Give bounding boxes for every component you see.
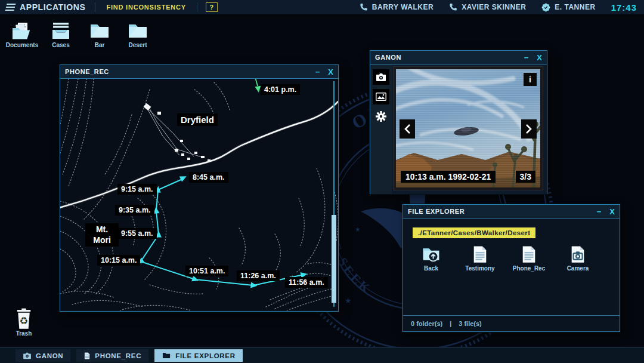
ganon-body: i 10:13 a.m. 1992-02-21 3/3	[370, 64, 547, 194]
gear-icon	[375, 110, 387, 122]
topbar-divider	[197, 2, 197, 12]
document-icon	[520, 245, 538, 263]
help-button[interactable]: ?	[206, 2, 218, 12]
photo-prev-button[interactable]	[400, 119, 415, 139]
file-grid: Back Testimony Phone_R	[403, 238, 620, 272]
settings-tab-button[interactable]	[373, 109, 389, 124]
clouds	[396, 69, 530, 150]
path-bar: ./ETanner/Cases/BWalker/Desert	[413, 227, 535, 238]
photo-viewer: i 10:13 a.m. 1992-02-21 3/3	[396, 69, 540, 187]
file-item-back[interactable]: Back	[414, 245, 448, 272]
phone-icon	[360, 3, 368, 11]
svg-text:♻: ♻	[20, 315, 29, 326]
svg-text:★: ★	[345, 296, 352, 305]
close-button[interactable]: X	[537, 54, 542, 61]
desktop-screen: OF IN E SEEK ★ ★ ★ ★ ★ APPLICATIONS FIND…	[0, 0, 644, 363]
waypoint-label: 9:15 a.m.	[117, 184, 157, 195]
file-item-label: Phone_Rec	[512, 265, 546, 272]
taskbar-item-label: PHONE_REC	[95, 352, 141, 359]
folder-icon	[126, 21, 149, 41]
contact-barry-walker[interactable]: BARRY WALKER	[360, 3, 434, 11]
hamburger-icon	[5, 2, 16, 13]
contact-e-tanner[interactable]: E. TANNER	[541, 3, 595, 12]
photo-info-button[interactable]: i	[524, 73, 537, 86]
desktop-icon-documents[interactable]: Documents	[5, 21, 39, 48]
trash-icon[interactable]: ♻ Trash	[10, 308, 38, 337]
map-canvas[interactable]: Dryfield Mt.Mori 4:01 p.m. 8:45 a.m. 9:1…	[60, 79, 338, 310]
topbar-divider	[95, 2, 95, 12]
close-button[interactable]: X	[609, 208, 615, 216]
cases-tray-icon	[49, 21, 72, 41]
gallery-tab-button[interactable]	[373, 89, 389, 104]
map-town-buildings	[144, 103, 210, 162]
phone-rec-window: PHONE_REC − X	[60, 64, 339, 312]
chevron-left-icon	[404, 124, 411, 134]
image-icon	[376, 93, 386, 101]
taskbar-item-ganon[interactable]: GANON	[16, 349, 70, 362]
status-bar: 0 folder(s) | 3 file(s)	[403, 315, 620, 331]
taskbar: GANON PHONE_REC FILE EXPLORER	[0, 347, 644, 363]
taskbar-item-phone-rec[interactable]: PHONE_REC	[76, 349, 148, 362]
applications-menu[interactable]: APPLICATIONS	[0, 2, 94, 13]
folder-up-icon	[421, 245, 441, 263]
folder-icon	[88, 21, 111, 41]
folder-count: 0 folder(s)	[411, 320, 442, 327]
documents-folder-icon	[11, 21, 33, 41]
waypoint-label: 8:45 a.m.	[189, 172, 228, 183]
waypoint-label: 10:15 a.m.	[97, 255, 140, 266]
camera-icon	[376, 73, 386, 82]
photo-next-button[interactable]	[521, 119, 537, 139]
badge-icon	[541, 3, 550, 12]
contact-name: XAVIER SKINNER	[462, 3, 526, 11]
close-button[interactable]: X	[328, 68, 333, 76]
mountain-line2: Mori	[93, 235, 111, 245]
desktop-icon-label: Cases	[44, 42, 78, 48]
phone-icon	[449, 3, 457, 11]
waypoint-label: 9:35 a.m.	[115, 205, 154, 216]
taskbar-item-label: FILE EXPLORER	[175, 352, 235, 359]
waypoint-label: 11:26 a.m.	[237, 270, 280, 281]
clock: 17:43	[611, 2, 637, 13]
find-inconsistency-button[interactable]: FIND INCONSISTENCY	[97, 4, 196, 11]
trash-can-icon: ♻	[15, 308, 33, 330]
ganon-titlebar[interactable]: GANON − X	[370, 51, 547, 64]
desktop-icon-label: Bar	[82, 42, 117, 48]
svg-text:★: ★	[355, 226, 361, 233]
phone-rec-titlebar[interactable]: PHONE_REC − X	[60, 65, 338, 79]
ganon-window: GANON − X	[370, 50, 547, 194]
file-count: 3 file(s)	[459, 320, 482, 327]
desktop-icon-label: Desert	[120, 42, 155, 48]
trash-label: Trash	[10, 330, 38, 337]
taskbar-item-file-explorer[interactable]: FILE EXPLORER	[154, 349, 242, 362]
file-item-phone-rec[interactable]: Phone_Rec	[512, 245, 546, 272]
minimize-button[interactable]: −	[315, 68, 320, 76]
photo-file-icon	[569, 245, 587, 263]
map-mountain-label: Mt.Mori	[85, 223, 119, 247]
camera-tab-button[interactable]	[373, 69, 389, 85]
file-item-label: Testimony	[463, 265, 497, 272]
minimize-button[interactable]: −	[524, 54, 529, 61]
window-title: GANON	[375, 54, 401, 61]
status-divider: |	[450, 320, 451, 327]
desktop-icon-cases[interactable]: Cases	[44, 21, 78, 48]
file-explorer-titlebar[interactable]: FILE EXPLORER − X	[403, 205, 620, 219]
waypoint-label: 11:56 a.m.	[285, 277, 328, 288]
desktop-icon-desert[interactable]: Desert	[120, 21, 155, 48]
folder-icon	[162, 352, 171, 359]
ganon-sidebar	[370, 64, 392, 194]
desktop-icon-bar[interactable]: Bar	[82, 21, 117, 48]
file-item-label: Back	[414, 265, 448, 272]
document-icon	[83, 352, 91, 360]
file-item-testimony[interactable]: Testimony	[463, 245, 497, 272]
map-scrollbar-thumb[interactable]	[332, 215, 336, 303]
photo-frame: i 10:13 a.m. 1992-02-21 3/3	[393, 66, 543, 190]
file-item-camera[interactable]: Camera	[561, 245, 595, 272]
photo-timestamp: 10:13 a.m. 1992-02-21	[401, 171, 496, 183]
minimize-button[interactable]: −	[597, 208, 602, 216]
file-explorer-window: FILE EXPLORER − X ./ETanner/Cases/BWalke…	[402, 204, 620, 332]
photo-index: 3/3	[516, 171, 535, 183]
waypoint-label: 4:01 p.m.	[261, 84, 300, 95]
document-icon	[471, 245, 489, 263]
contact-xavier-skinner[interactable]: XAVIER SKINNER	[449, 3, 526, 11]
file-item-label: Camera	[561, 265, 595, 272]
